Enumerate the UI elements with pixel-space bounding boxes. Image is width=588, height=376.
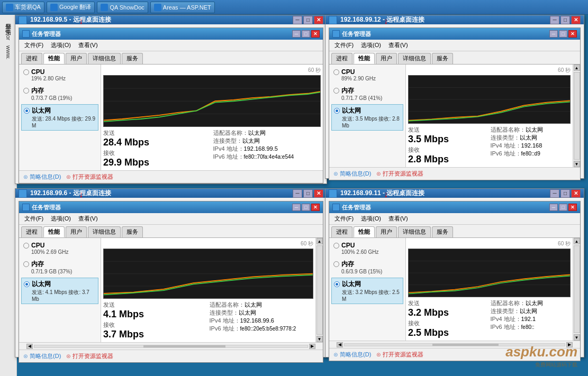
scrollbar-3[interactable]: ▲ ▼	[315, 238, 323, 342]
menu-view-2[interactable]: 查看(V)	[385, 41, 411, 50]
footer-summary-3[interactable]: ⊙ 简略信息(D)	[23, 352, 61, 360]
tab-process-3[interactable]: 进程	[21, 226, 42, 237]
inner-min-1[interactable]: ─	[292, 30, 301, 38]
titlebar-4[interactable]: 192.168.99.11 - 远程桌面连接 ─ □ ✕	[325, 189, 584, 198]
tab-performance-2[interactable]: 性能	[354, 53, 375, 64]
tab-user-1[interactable]: 用户	[66, 53, 87, 64]
hscroll-right-3[interactable]: ▶	[309, 344, 315, 349]
footer-monitor-3[interactable]: ⊙ 打开资源监视器	[66, 352, 113, 360]
menu-view-4[interactable]: 查看(V)	[385, 214, 411, 223]
inner-close-3[interactable]: ✕	[311, 204, 320, 211]
resource-cpu-4[interactable]: CPU 100% 2.60 GHz	[331, 240, 403, 256]
tab-process-1[interactable]: 进程	[21, 53, 42, 64]
menu-view-1[interactable]: 查看(V)	[75, 41, 101, 50]
footer-monitor-4[interactable]: ⊙ 打开资源监视器	[376, 351, 423, 359]
resource-network-1[interactable]: 以太网 发送: 28.4 Mbps 接收: 29.9 M	[21, 104, 98, 131]
footer-monitor-2[interactable]: ⊙ 打开资源监视器	[376, 170, 423, 178]
hscroll-3[interactable]: ◀ ▶	[19, 342, 323, 350]
footer-monitor-1[interactable]: ⊙ 打开资源监视器	[66, 173, 113, 181]
tab-user-4[interactable]: 用户	[376, 226, 397, 237]
maximize-btn-3[interactable]: □	[303, 189, 313, 198]
resource-cpu-3[interactable]: CPU 100% 2.69 GHz	[21, 240, 98, 256]
scroll-thumb-4[interactable]	[574, 245, 580, 333]
maximize-btn-2[interactable]: □	[560, 16, 570, 24]
hscroll-left-4[interactable]: ◀	[337, 342, 343, 347]
titlebar-2[interactable]: 192.168.99.12 - 远程桌面连接 ─ □ ✕	[325, 15, 584, 24]
menu-file-1[interactable]: 文件(F)	[21, 41, 47, 50]
inner-max-2[interactable]: □	[559, 30, 567, 38]
minimize-btn-3[interactable]: ─	[293, 189, 302, 198]
inner-close-4[interactable]: ✕	[568, 204, 577, 211]
close-btn-4[interactable]: ✕	[571, 189, 581, 198]
tab-process-2[interactable]: 进程	[331, 53, 352, 64]
menu-file-4[interactable]: 文件(F)	[331, 214, 357, 223]
inner-max-1[interactable]: □	[302, 30, 310, 38]
tab-detail-3[interactable]: 详细信息	[88, 226, 121, 237]
footer-summary-1[interactable]: ⊙ 简略信息(D)	[23, 173, 61, 181]
scroll-down-3[interactable]: ▼	[316, 336, 323, 342]
taskbar-item-1[interactable]: 车货易QA	[2, 2, 44, 13]
minimize-btn-4[interactable]: ─	[550, 189, 559, 198]
titlebar-1[interactable]: 192.168.99.5 - 远程桌面连接 ─ □ ✕	[15, 15, 327, 24]
resource-network-2[interactable]: 以太网 发送: 3.5 Mbps 接收: 2.8 Mb	[331, 104, 403, 131]
maximize-btn-4[interactable]: □	[560, 189, 570, 198]
close-btn-1[interactable]: ✕	[314, 16, 323, 24]
resource-network-3[interactable]: 以太网 发送: 4.1 Mbps 接收: 3.7 Mb	[21, 278, 98, 304]
tab-service-2[interactable]: 服务	[432, 53, 453, 64]
menu-file-2[interactable]: 文件(F)	[331, 41, 357, 50]
tab-user-2[interactable]: 用户	[376, 53, 397, 64]
scroll-up-2[interactable]: ▲	[574, 65, 580, 71]
menu-options-1[interactable]: 选项(O)	[48, 41, 74, 50]
inner-max-4[interactable]: □	[559, 204, 567, 211]
resource-memory-1[interactable]: 内存 0.7/3.7 GB (19%)	[21, 85, 98, 103]
resource-cpu-1[interactable]: CPU 19% 2.80 GHz	[21, 67, 98, 83]
tab-performance-4[interactable]: 性能	[354, 226, 375, 237]
minimize-btn-1[interactable]: ─	[293, 16, 302, 24]
maximize-btn-1[interactable]: □	[303, 16, 313, 24]
tab-detail-1[interactable]: 详细信息	[88, 53, 121, 64]
hscroll-left-3[interactable]: ◀	[26, 344, 33, 349]
tab-user-3[interactable]: 用户	[66, 226, 87, 237]
taskbar-item-2[interactable]: Google 翻译	[47, 2, 95, 13]
close-btn-2[interactable]: ✕	[571, 16, 581, 24]
inner-min-2[interactable]: ─	[549, 30, 558, 38]
menu-options-2[interactable]: 选项(O)	[358, 41, 384, 50]
resource-memory-4[interactable]: 内存 0.6/3.9 GB (15%)	[331, 258, 403, 276]
scroll-up-3[interactable]: ▲	[316, 238, 323, 244]
inner-min-4[interactable]: ─	[549, 204, 558, 211]
scrollbar-4[interactable]: ▲ ▼	[573, 238, 580, 341]
inner-close-1[interactable]: ✕	[311, 30, 320, 38]
inner-min-3[interactable]: ─	[292, 204, 301, 211]
close-btn-3[interactable]: ✕	[314, 189, 323, 198]
menu-options-4[interactable]: 选项(O)	[358, 214, 384, 223]
resource-cpu-2[interactable]: CPU 89% 2.90 GHz	[331, 67, 403, 83]
tab-detail-4[interactable]: 详细信息	[398, 226, 431, 237]
tab-performance-3[interactable]: 性能	[43, 226, 65, 237]
menu-options-3[interactable]: 选项(O)	[48, 214, 74, 223]
titlebar-3[interactable]: 192.168.99.6 - 远程桌面连接 ─ □ ✕	[15, 189, 327, 198]
resource-memory-2[interactable]: 内存 0.7/1.7 GB (41%)	[331, 85, 403, 103]
inner-max-3[interactable]: □	[302, 204, 310, 211]
scroll-up-4[interactable]: ▲	[574, 238, 580, 244]
tab-service-1[interactable]: 服务	[122, 53, 143, 64]
taskbar-item-4[interactable]: Areas — ASP.NET	[150, 2, 215, 13]
tab-service-4[interactable]: 服务	[432, 226, 453, 237]
footer-summary-4[interactable]: ⊙ 简略信息(D)	[333, 351, 371, 359]
scroll-down-2[interactable]: ▼	[574, 161, 580, 167]
tab-performance-1[interactable]: 性能	[43, 53, 65, 64]
inner-close-2[interactable]: ✕	[568, 30, 577, 38]
tab-service-3[interactable]: 服务	[122, 226, 143, 237]
menu-view-3[interactable]: 查看(V)	[75, 214, 101, 223]
scroll-down-4[interactable]: ▼	[574, 334, 580, 341]
tab-detail-2[interactable]: 详细信息	[398, 53, 431, 64]
menu-file-3[interactable]: 文件(F)	[21, 214, 47, 223]
scroll-thumb-3[interactable]	[316, 245, 323, 335]
resource-network-4[interactable]: 以太网 发送: 3.2 Mbps 接收: 2.5 M	[331, 278, 403, 304]
tab-process-4[interactable]: 进程	[331, 226, 352, 237]
taskbar-item-3[interactable]: QA ShowDoc	[97, 2, 148, 13]
resource-memory-3[interactable]: 内存 0.7/1.9 GB (37%)	[21, 258, 98, 276]
minimize-btn-2[interactable]: ─	[550, 16, 559, 24]
scroll-thumb-2[interactable]	[574, 72, 580, 160]
scrollbar-2[interactable]: ▲ ▼	[573, 65, 580, 167]
footer-summary-2[interactable]: ⊙ 简略信息(D)	[333, 170, 371, 178]
